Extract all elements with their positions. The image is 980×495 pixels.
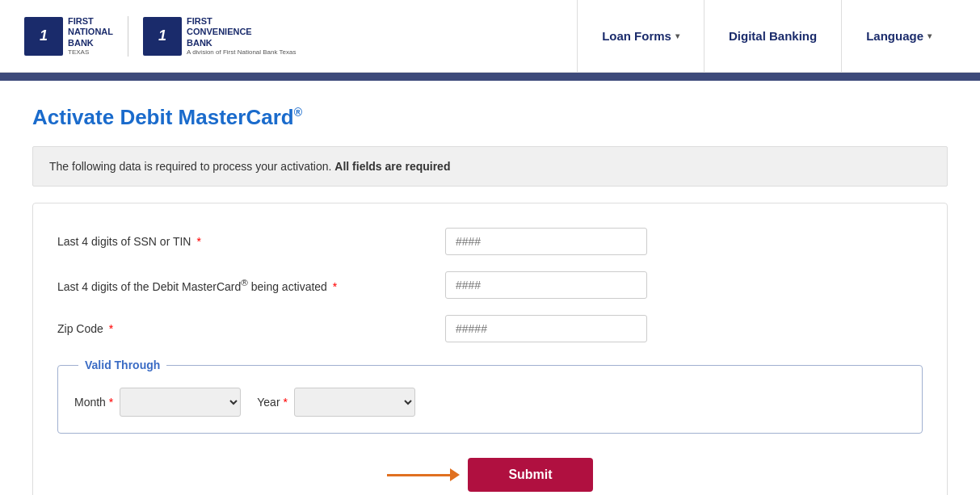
language-arrow-icon: ▾: [927, 31, 932, 40]
info-banner: The following data is required to proces…: [32, 146, 948, 187]
zip-input[interactable]: [445, 315, 647, 342]
month-label: Month *: [74, 396, 113, 409]
logo-divider: [128, 16, 128, 57]
submit-arrow-indicator: [387, 474, 452, 476]
zip-row: Zip Code *: [57, 315, 923, 342]
ssn-row: Last 4 digits of SSN or TIN *: [57, 228, 923, 255]
submit-area: Submit: [57, 458, 923, 492]
ssn-input[interactable]: [445, 228, 647, 255]
main-content: Activate Debit MasterCard® The following…: [0, 81, 980, 495]
ssn-label: Last 4 digits of SSN or TIN *: [57, 235, 445, 248]
decorative-bar: [0, 73, 980, 81]
year-required-marker: *: [283, 396, 287, 409]
valid-through-legend: Valid Through: [78, 359, 166, 371]
month-select[interactable]: JanuaryFebruaryMarchAprilMayJuneJulyAugu…: [120, 388, 241, 417]
main-nav: Loan Forms ▾ Digital Banking Language ▾: [577, 0, 956, 73]
nav-digital-banking-label: Digital Banking: [729, 29, 817, 43]
month-required-marker: *: [109, 396, 113, 409]
logo-area: 1 FIRST NATIONAL BANK TEXAS 1 FIRST CONV…: [24, 16, 297, 57]
month-group: Month * JanuaryFebruaryMarchAprilMayJune…: [74, 388, 241, 417]
fcb-logo: 1 FIRST CONVENIENCE BANK A division of F…: [143, 16, 296, 56]
submit-button[interactable]: Submit: [468, 458, 592, 492]
nav-loan-forms[interactable]: Loan Forms ▾: [577, 0, 704, 73]
header: 1 FIRST NATIONAL BANK TEXAS 1 FIRST CONV…: [0, 0, 980, 73]
page-title: Activate Debit MasterCard®: [32, 105, 948, 130]
fnb-icon: 1: [24, 17, 63, 56]
valid-through-row: Month * JanuaryFebruaryMarchAprilMayJune…: [74, 388, 906, 417]
fnb-logo: 1 FIRST NATIONAL BANK TEXAS: [24, 16, 113, 56]
card-required-marker: *: [333, 280, 337, 293]
nav-digital-banking[interactable]: Digital Banking: [704, 0, 841, 73]
fcb-icon: 1: [143, 17, 182, 56]
card-label: Last 4 digits of the Debit MasterCard® b…: [57, 277, 445, 293]
ssn-required-marker: *: [196, 235, 200, 248]
year-group: Year * 2024202520262027202820292030: [257, 388, 415, 417]
card-row: Last 4 digits of the Debit MasterCard® b…: [57, 271, 923, 299]
zip-label: Zip Code *: [57, 322, 445, 335]
nav-language[interactable]: Language ▾: [841, 0, 956, 73]
year-select[interactable]: 2024202520262027202820292030: [294, 388, 415, 417]
nav-loan-forms-label: Loan Forms: [602, 29, 671, 43]
form-card: Last 4 digits of SSN or TIN * Last 4 dig…: [32, 203, 948, 495]
zip-required-marker: *: [109, 322, 113, 335]
nav-language-label: Language: [866, 29, 923, 43]
year-label: Year *: [257, 396, 288, 409]
valid-through-fieldset: Valid Through Month * JanuaryFebruaryMar…: [57, 359, 923, 434]
info-text: The following data is required to proces…: [49, 160, 331, 173]
card-input[interactable]: [445, 271, 647, 299]
arrow-line-icon: [387, 474, 452, 476]
fnb-text: FIRST NATIONAL BANK TEXAS: [68, 16, 113, 56]
info-bold-text: All fields are required: [334, 160, 450, 173]
loan-forms-arrow-icon: ▾: [675, 31, 679, 40]
fcb-text: FIRST CONVENIENCE BANK A division of Fir…: [187, 16, 296, 56]
